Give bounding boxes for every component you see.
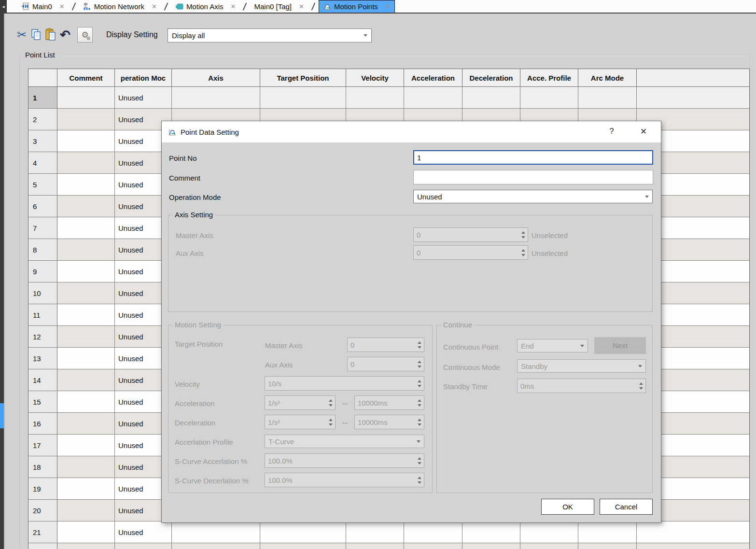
comment-cell[interactable] [57,500,115,521]
deceleration-cell[interactable] [462,543,520,549]
dialog-titlebar[interactable]: Point Data Setting ? ✕ [162,121,661,142]
spinner-arrows-icon[interactable] [418,457,421,465]
display-setting-dropdown[interactable]: Display all [168,28,372,42]
deceleration-cell[interactable] [462,87,520,108]
spinner-arrows-icon[interactable] [418,477,421,484]
comment-cell[interactable] [57,239,115,260]
comment-cell[interactable] [57,87,115,108]
continuous-mode-dropdown[interactable]: Standby [517,359,646,373]
row-number-cell[interactable]: 11 [28,304,57,325]
comment-cell[interactable] [57,326,115,347]
row-number-cell[interactable]: 12 [28,326,57,347]
close-icon[interactable]: ✕ [231,3,236,10]
acceleration-profile-dropdown[interactable]: T-Curve [265,435,424,448]
comment-cell[interactable] [57,304,115,325]
comment-cell[interactable] [57,478,115,499]
column-header-axis[interactable]: Axis [172,69,260,86]
acceleration-cell[interactable] [404,543,462,549]
spinner-arrows-icon[interactable] [329,419,333,426]
close-icon[interactable]: ✕ [299,3,304,10]
tab-motion-network[interactable]: Motion Network ✕ [79,0,161,13]
spinner-arrows-icon[interactable] [418,419,421,426]
velocity-cell[interactable] [346,87,404,108]
motion-aux-axis-spinner[interactable]: 0 [347,357,424,371]
spare-cell[interactable] [637,87,749,108]
deceleration-spinner[interactable]: 1/s² [265,415,336,429]
spinner-arrows-icon[interactable] [418,341,421,349]
comment-cell[interactable] [57,196,115,217]
target-position-cell[interactable] [260,543,346,549]
spinner-arrows-icon[interactable] [521,249,525,256]
comment-cell[interactable] [57,130,115,152]
axis-cell[interactable] [172,87,260,108]
column-header-arc-mode[interactable]: Arc Mode [578,69,637,86]
comment-cell[interactable] [57,435,115,456]
undo-button[interactable]: ↶ [58,27,72,42]
spinner-arrows-icon[interactable] [329,399,333,407]
s-curve-accel-spinner[interactable]: 100.0% [265,453,424,468]
close-icon[interactable]: ✕ [152,3,157,10]
cut-button[interactable]: ✂ [14,27,29,42]
comment-cell[interactable] [57,369,115,391]
ok-button[interactable]: OK [541,499,594,515]
row-number-cell[interactable]: 4 [28,152,57,173]
operation-mode-cell[interactable]: Unused [115,87,172,108]
row-number-cell[interactable] [28,543,57,549]
acceleration-spinner[interactable]: 1/s² [265,395,336,410]
row-number-cell[interactable]: 8 [28,239,57,260]
acce-profile-cell[interactable] [520,543,578,549]
comment-cell[interactable] [57,109,115,130]
target-position-cell[interactable] [260,521,346,543]
row-number-cell[interactable]: 17 [28,435,57,456]
comment-cell[interactable] [57,391,115,412]
comment-cell[interactable] [57,282,115,304]
comment-cell[interactable] [57,261,115,282]
acceleration-ms-spinner[interactable]: 10000ms [354,395,424,410]
axis-cell[interactable] [172,521,260,543]
deceleration-cell[interactable] [462,521,520,543]
target-position-cell[interactable] [260,87,346,108]
spinner-arrows-icon[interactable] [521,231,525,239]
row-number-cell[interactable]: 15 [28,391,57,412]
operation-mode-cell[interactable]: Unused [115,521,172,543]
operation-mode-cell[interactable] [115,543,172,549]
next-button[interactable]: Next [594,337,646,354]
master-axis-spinner[interactable]: 0 [413,227,528,242]
close-icon[interactable]: ✕ [59,3,65,10]
comment-cell[interactable] [57,521,115,543]
acce-profile-cell[interactable] [520,87,578,108]
acce-profile-cell[interactable] [520,521,578,543]
tab-motion-axis[interactable]: Motion Axis ✕ [171,0,240,13]
comment-cell[interactable] [57,174,115,195]
row-number-cell[interactable]: 10 [28,282,57,304]
velocity-cell[interactable] [346,543,404,549]
row-number-cell[interactable]: 6 [28,196,57,217]
row-number-cell[interactable]: 21 [28,521,57,543]
row-number-cell[interactable]: 18 [28,456,57,478]
spinner-arrows-icon[interactable] [639,382,643,390]
close-icon[interactable]: ✕ [638,127,649,137]
velocity-cell[interactable] [346,521,404,543]
column-header-operation-mode[interactable]: peration Moc [115,69,172,86]
row-number-cell[interactable]: 5 [28,174,57,195]
row-number-cell[interactable]: 3 [28,130,57,152]
spare-cell[interactable] [637,543,749,549]
comment-cell[interactable] [57,456,115,478]
help-button[interactable]: ? [606,127,617,136]
point-no-input[interactable]: 1 [413,150,653,165]
s-curve-decel-spinner[interactable]: 100.0% [265,473,424,487]
close-icon[interactable]: ✕ [385,3,391,10]
comment-input[interactable] [413,170,653,184]
comment-cell[interactable] [57,543,115,549]
tab-scroll-left-button[interactable]: ◂ [0,0,7,13]
cancel-button[interactable]: Cancel [600,499,653,515]
paste-button[interactable] [43,27,58,42]
spare-cell[interactable] [637,521,749,543]
comment-cell[interactable] [57,413,115,434]
copy-button[interactable] [29,27,43,42]
row-number-cell[interactable]: 2 [28,109,57,130]
comment-cell[interactable] [57,348,115,369]
velocity-spinner[interactable]: 10/s [265,376,424,391]
row-number-cell[interactable]: 14 [28,369,57,391]
column-header-acceleration[interactable]: Acceleration [404,69,462,86]
